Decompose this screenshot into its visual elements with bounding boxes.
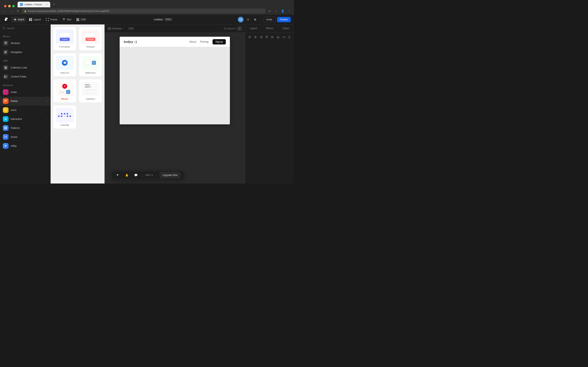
sidebar-item-content-fields[interactable]: Content Fields › [0,72,51,81]
formspark-card[interactable]: Submit Formspark [53,27,76,50]
width-input[interactable] [127,27,135,30]
traffic-light-red[interactable] [4,5,7,7]
breakpoint-dropdown[interactable]: Desktop ▾ [108,27,123,30]
distribute-h-button[interactable] [282,35,286,39]
svg-rect-74 [288,36,290,36]
formspark-label: Formspark [60,45,70,48]
svg-rect-14 [76,19,79,20]
audio-icon: 🎵 [3,89,9,95]
add-breakpoint-button[interactable]: + [237,26,242,31]
icons-chevron-icon: › [47,109,48,111]
align-top-button[interactable] [265,35,269,39]
select-tool-button[interactable] [115,172,121,178]
browser-chrome: F Untitled – Framer × + ‹ › ↻ 🔒 framer.c… [0,0,294,15]
toolbar-right: SJ Invite Publish [238,17,291,22]
url-bar[interactable]: 🔒 framer.com/projects/Untitled--mZ98oDWa… [22,8,265,13]
svg-rect-21 [4,44,7,45]
frame-button[interactable]: Frame [44,17,60,22]
search-input[interactable] [7,27,48,30]
svg-rect-62 [268,36,268,37]
svg-rect-25 [4,67,7,67]
upgrade-now-button[interactable]: Upgrade Now [159,172,181,178]
distribute-v-button[interactable] [287,35,292,39]
align-left-button[interactable] [248,35,252,39]
svg-rect-19 [4,42,7,43]
frame-nav-signup[interactable]: Signup [213,39,226,44]
svg-rect-46 [109,28,110,29]
text-button[interactable]: Text [60,17,73,22]
zoom-level: 48% [145,174,150,176]
align-right-button[interactable] [259,35,263,39]
frame-body [120,47,230,124]
comment-tool-button[interactable]: 💬 [133,172,139,178]
traffic-light-yellow[interactable] [8,5,11,7]
sidebar-item-collection-lists[interactable]: Collection Lists › [0,63,51,72]
sidebar-item-navigation[interactable]: Navigation › [0,48,51,57]
frame-nav-about[interactable]: About [189,40,196,43]
align-center-button[interactable] [253,35,258,39]
sidebar-item-social[interactable]: Social › [0,133,51,142]
sidebar-item-icons[interactable]: ⭐ Icons › [0,106,51,115]
calendly-card[interactable]: Calendly [53,105,76,129]
revue-card[interactable]: R Email ✓ Revue [53,79,76,103]
layout-button[interactable]: Layout [27,17,43,22]
bookmark-icon[interactable]: ☆ [274,8,278,13]
search-bar [0,25,51,32]
invite-button[interactable]: Invite [263,17,276,22]
sidebar-item-sections[interactable]: Sections › [0,39,51,48]
forward-button[interactable]: › [9,8,14,13]
svg-rect-66 [273,36,274,38]
tab-effects[interactable]: Effects [261,25,278,33]
back-button[interactable]: ‹ [2,8,7,13]
publish-button[interactable]: Publish [277,17,291,22]
hand-tool-button[interactable]: ✋ [124,172,130,178]
svg-rect-52 [255,37,256,37]
utility-icon [3,143,9,149]
insert-button[interactable]: Insert [11,17,26,22]
revue-check: ✓ [66,90,70,94]
typeform-label: Typeform [86,98,95,100]
extension-icon[interactable]: ⊙ [267,8,272,13]
typeform-card[interactable]: Which option? Typeform [79,79,102,103]
align-bottom-button[interactable] [276,35,280,39]
navigation-chevron-icon: › [47,51,48,54]
intercom-card[interactable]: 💬 Intercom [53,53,76,77]
svg-rect-28 [4,69,7,69]
framer-logo[interactable] [3,17,9,22]
traffic-light-green[interactable] [12,5,15,7]
tab-layout[interactable]: Layout [245,25,261,33]
svg-rect-59 [266,36,266,38]
social-label: Social [11,136,45,138]
sidebar-item-forms[interactable]: Forms › [0,97,51,106]
new-tab-button[interactable]: + [51,2,57,7]
sidebar-item-interactive[interactable]: Interactive › [0,115,51,124]
sidebar-item-patterns[interactable]: Patterns › [0,124,51,133]
profile-icon[interactable]: 👤 [280,8,285,13]
svg-rect-22 [4,51,7,52]
frame-nav-pricing[interactable]: Pricing [200,40,208,43]
tab-close-button[interactable]: × [46,3,48,6]
sidebar-item-utility[interactable]: Utility › [0,142,51,150]
settings-button[interactable] [245,17,251,22]
svg-rect-65 [273,36,273,38]
tab-styles[interactable]: Styles [278,25,294,33]
svg-point-40 [4,137,5,137]
svg-rect-24 [4,53,7,53]
cms-button[interactable]: CMS [74,17,88,22]
svg-rect-73 [285,36,285,38]
mailchimp-card[interactable]: ✓ Mailchimp [79,53,102,77]
collection-lists-icon [3,65,9,71]
preview-button[interactable] [252,17,258,22]
reload-button[interactable]: ↻ [16,8,20,13]
sidebar-item-audio[interactable]: 🎵 Audio › [0,88,51,97]
frame-navbar: bodjoy :-) About Pricing Signup [120,37,230,47]
zoom-control[interactable]: 48% ▾ [145,174,153,176]
user-avatar[interactable]: SJ [238,17,243,22]
align-middle-button[interactable] [270,35,275,39]
svg-rect-67 [277,36,277,38]
svg-rect-20 [4,43,7,44]
hubspot-card[interactable]: Submit Hubspot [79,27,102,50]
menu-icon[interactable]: ⋮ [287,8,292,13]
sections-icon [3,40,9,46]
browser-tab-active[interactable]: F Untitled – Framer × [17,2,50,7]
